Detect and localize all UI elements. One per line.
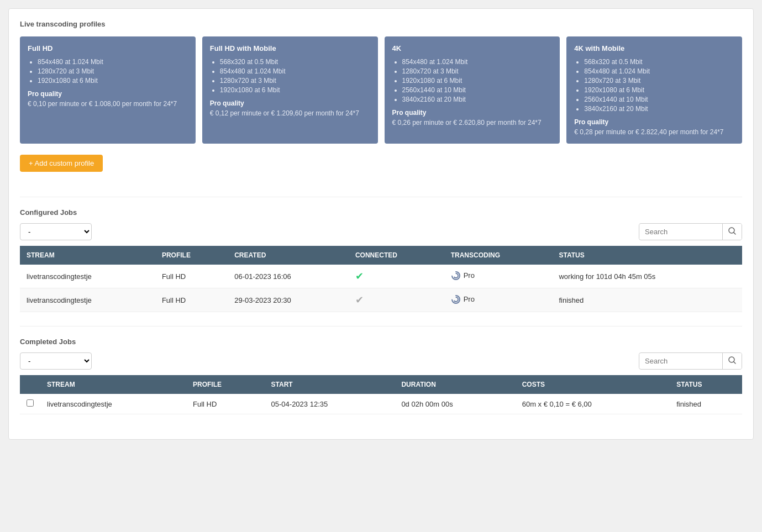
profile-price-1: € 0,12 per minute or € 1.209,60 per mont… <box>210 109 370 117</box>
connected-check-icon: ✔ <box>355 271 364 282</box>
configured-jobs-search-button[interactable] <box>722 224 742 240</box>
completed-jobs-tbody: livetranscodingtestjeFull HD05-04-2023 1… <box>20 394 742 414</box>
configured-jobs-col-transcoding: TRANSCODING <box>444 246 553 265</box>
profile-quality-label-0: Pro quality <box>28 90 188 98</box>
completed-jobs-col-6: STATUS <box>670 375 742 394</box>
configured-connected-0: ✔ <box>349 265 444 288</box>
profile-resolution-3-2: 1280x720 at 3 Mbit <box>584 77 734 85</box>
configured-created-1: 29-03-2023 20:30 <box>228 288 349 312</box>
profile-card-list-1: 568x320 at 0.5 Mbit854x480 at 1.024 Mbit… <box>210 58 370 94</box>
configured-jobs-filter-row: - <box>20 223 742 240</box>
configured-profile-0: Full HD <box>155 265 228 288</box>
transcoding-spinner-icon <box>451 271 461 281</box>
configured-jobs-table: STREAMPROFILECREATEDCONNECTEDTRANSCODING… <box>20 246 742 312</box>
table-row: livetranscodingtestjeFull HD06-01-2023 1… <box>20 265 742 288</box>
profile-card-title-2: 4K <box>392 44 553 52</box>
completed-jobs-col-1: STREAM <box>40 375 186 394</box>
profile-resolution-2-4: 3840x2160 at 20 Mbit <box>402 96 553 103</box>
profile-quality-label-1: Pro quality <box>210 99 370 107</box>
profile-resolution-2-3: 2560x1440 at 10 Mbit <box>402 86 553 94</box>
completed-jobs-col-3: START <box>265 375 395 394</box>
transcoding-label-0: Pro <box>464 271 475 280</box>
configured-transcoding-1: Pro <box>444 288 553 312</box>
completed-checkbox-0 <box>20 394 40 414</box>
live-transcoding-title: Live transcoding profiles <box>20 20 742 28</box>
configured-stream-0: livetranscodingtestje <box>20 265 155 288</box>
completed-row-checkbox-0[interactable] <box>27 399 34 407</box>
profile-resolution-0-0: 854x480 at 1.024 Mbit <box>38 58 188 66</box>
completed-jobs-filter-select[interactable]: - <box>20 352 92 370</box>
profile-resolution-2-2: 1920x1080 at 6 Mbit <box>402 77 553 85</box>
configured-connected-1: ✔ <box>349 288 444 312</box>
configured-jobs-search-input[interactable] <box>639 224 722 239</box>
profile-card-0: Full HD854x480 at 1.024 Mbit1280x720 at … <box>20 36 196 144</box>
profile-resolution-3-3: 1920x1080 at 6 Mbit <box>584 86 734 94</box>
profile-card-list-3: 568x320 at 0.5 Mbit854x480 at 1.024 Mbit… <box>574 58 734 113</box>
completed-costs-0: 60m x € 0,10 = € 6,00 <box>516 394 670 414</box>
configured-jobs-filter-select[interactable]: - <box>20 223 92 240</box>
divider-2 <box>20 326 742 326</box>
configured-jobs-title: Configured Jobs <box>20 208 742 217</box>
completed-jobs-filter-row: - <box>20 352 742 370</box>
completed-jobs-col-5: COSTS <box>516 375 670 394</box>
svg-point-5 <box>454 297 458 302</box>
connected-circle-icon: ✔ <box>355 294 364 305</box>
profile-resolution-3-4: 2560x1440 at 10 Mbit <box>584 96 734 103</box>
profile-resolution-0-1: 1280x720 at 3 Mbit <box>38 67 188 75</box>
configured-jobs-col-created: CREATED <box>228 246 349 265</box>
configured-jobs-header-row: STREAMPROFILECREATEDCONNECTEDTRANSCODING… <box>20 246 742 265</box>
page-wrapper: Live transcoding profiles Full HD854x480… <box>8 8 754 440</box>
profile-card-list-2: 854x480 at 1.024 Mbit1280x720 at 3 Mbit1… <box>392 58 553 103</box>
profile-card-2: 4K854x480 at 1.024 Mbit1280x720 at 3 Mbi… <box>385 36 560 144</box>
profile-price-2: € 0,26 per minute or € 2.620,80 per mont… <box>392 119 553 127</box>
configured-jobs-search-wrapper <box>639 223 742 240</box>
svg-line-7 <box>734 362 736 364</box>
profile-resolution-1-2: 1280x720 at 3 Mbit <box>220 77 370 85</box>
search-icon <box>728 356 736 364</box>
profile-resolution-1-1: 854x480 at 1.024 Mbit <box>220 67 370 75</box>
completed-jobs-header-row: STREAMPROFILESTARTDURATIONCOSTSSTATUS <box>20 375 742 394</box>
profile-resolution-2-0: 854x480 at 1.024 Mbit <box>402 58 553 66</box>
profile-card-title-0: Full HD <box>28 44 188 52</box>
profile-price-3: € 0,28 per minute or € 2.822,40 per mont… <box>574 128 734 136</box>
profile-price-0: € 0,10 per minute or € 1.008,00 per mont… <box>28 100 188 108</box>
completed-duration-0: 0d 02h 00m 00s <box>395 394 515 414</box>
configured-status-1: finished <box>552 288 742 312</box>
configured-jobs-col-stream: STREAM <box>20 246 155 265</box>
completed-profile-0: Full HD <box>186 394 265 414</box>
svg-line-1 <box>734 233 736 235</box>
table-row: livetranscodingtestjeFull HD05-04-2023 1… <box>20 394 742 414</box>
configured-stream-1: livetranscodingtestje <box>20 288 155 312</box>
profile-resolution-1-3: 1920x1080 at 6 Mbit <box>220 86 370 94</box>
profile-resolution-0-2: 1920x1080 at 6 Mbit <box>38 77 188 85</box>
profile-quality-label-3: Pro quality <box>574 118 734 126</box>
configured-jobs-tbody: livetranscodingtestjeFull HD06-01-2023 1… <box>20 265 742 312</box>
profile-card-title-3: 4K with Mobile <box>574 44 734 52</box>
completed-jobs-search-wrapper <box>639 352 742 370</box>
configured-jobs-col-profile: PROFILE <box>155 246 228 265</box>
completed-jobs-search-button[interactable] <box>722 353 742 369</box>
divider-1 <box>20 197 742 197</box>
completed-jobs-search-input[interactable] <box>639 354 722 368</box>
svg-point-3 <box>454 273 458 278</box>
profile-resolution-1-0: 568x320 at 0.5 Mbit <box>220 58 370 66</box>
add-custom-profile-button[interactable]: + Add custom profile <box>20 155 103 172</box>
configured-profile-1: Full HD <box>155 288 228 312</box>
completed-stream-0: livetranscodingtestje <box>40 394 186 414</box>
completed-jobs-table: STREAMPROFILESTARTDURATIONCOSTSSTATUS li… <box>20 375 742 414</box>
configured-jobs-section: Configured Jobs - STREAMPROFILECREATEDCO… <box>20 208 742 312</box>
configured-jobs-col-status: STATUS <box>552 246 742 265</box>
completed-start-0: 05-04-2023 12:35 <box>265 394 395 414</box>
profile-card-3: 4K with Mobile568x320 at 0.5 Mbit854x480… <box>566 36 742 144</box>
search-icon <box>728 227 736 235</box>
profile-resolution-2-1: 1280x720 at 3 Mbit <box>402 67 553 75</box>
configured-created-0: 06-01-2023 16:06 <box>228 265 349 288</box>
profile-card-title-1: Full HD with Mobile <box>210 44 370 52</box>
transcoding-label-1: Pro <box>464 295 475 303</box>
configured-transcoding-0: Pro <box>444 265 553 288</box>
profile-card-list-0: 854x480 at 1.024 Mbit1280x720 at 3 Mbit1… <box>28 58 188 85</box>
completed-jobs-col-0 <box>20 375 40 394</box>
table-row: livetranscodingtestjeFull HD29-03-2023 2… <box>20 288 742 312</box>
profiles-grid: Full HD854x480 at 1.024 Mbit1280x720 at … <box>20 36 742 144</box>
profile-resolution-3-0: 568x320 at 0.5 Mbit <box>584 58 734 66</box>
